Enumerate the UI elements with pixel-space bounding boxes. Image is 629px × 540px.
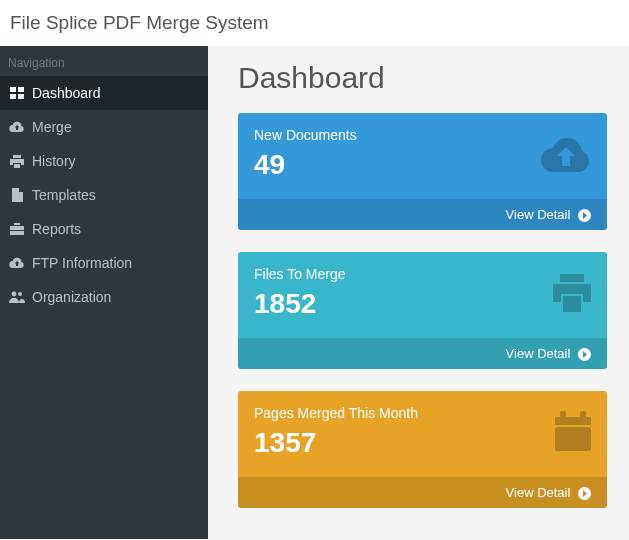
sidebar-item-label: FTP Information	[32, 255, 132, 271]
card-files-to-merge: Files To Merge 1852 View Detail	[238, 252, 607, 369]
view-detail-link[interactable]: View Detail	[238, 477, 607, 508]
sidebar-item-label: Templates	[32, 187, 96, 203]
printer-icon	[551, 272, 593, 318]
arrow-right-icon	[578, 348, 591, 361]
svg-rect-13	[555, 417, 591, 425]
main-content: Dashboard New Documents 49 View Detail F…	[208, 46, 629, 539]
view-detail-label: View Detail	[506, 346, 571, 361]
card-pages-merged: Pages Merged This Month 1357 View Detail	[238, 391, 607, 508]
card-body: Files To Merge 1852	[238, 252, 607, 338]
card-label: Files To Merge	[254, 266, 591, 282]
sidebar-item-label: Dashboard	[32, 85, 101, 101]
card-value: 1357	[254, 427, 591, 459]
svg-rect-1	[18, 87, 24, 92]
cloud-upload-icon	[8, 120, 26, 134]
card-label: Pages Merged This Month	[254, 405, 591, 421]
printer-icon	[8, 154, 26, 168]
calendar-icon	[553, 411, 593, 457]
sidebar: Navigation Dashboard Merge History Templ…	[0, 46, 208, 539]
card-value: 1852	[254, 288, 591, 320]
view-detail-label: View Detail	[506, 207, 571, 222]
page-title: Dashboard	[238, 61, 607, 95]
dashboard-icon	[8, 86, 26, 100]
svg-point-8	[18, 292, 22, 296]
svg-rect-3	[18, 94, 24, 99]
sidebar-item-history[interactable]: History	[0, 144, 208, 178]
briefcase-icon	[8, 222, 26, 236]
arrow-right-icon	[578, 209, 591, 222]
svg-rect-14	[555, 427, 591, 451]
sidebar-item-organization[interactable]: Organization	[0, 280, 208, 314]
sidebar-heading: Navigation	[0, 46, 208, 76]
svg-rect-0	[10, 87, 16, 92]
app-header: File Splice PDF Merge System	[0, 0, 629, 46]
svg-rect-6	[14, 198, 19, 199]
svg-rect-4	[14, 194, 21, 195]
cloud-upload-icon	[8, 256, 26, 270]
arrow-right-icon	[578, 487, 591, 500]
view-detail-label: View Detail	[506, 485, 571, 500]
sidebar-item-ftp[interactable]: FTP Information	[0, 246, 208, 280]
sidebar-item-dashboard[interactable]: Dashboard	[0, 76, 208, 110]
svg-rect-2	[10, 94, 16, 99]
sidebar-item-templates[interactable]: Templates	[0, 178, 208, 212]
view-detail-link[interactable]: View Detail	[238, 338, 607, 369]
sidebar-item-label: Merge	[32, 119, 72, 135]
sidebar-item-reports[interactable]: Reports	[0, 212, 208, 246]
card-body: Pages Merged This Month 1357	[238, 391, 607, 477]
sidebar-item-label: Reports	[32, 221, 81, 237]
sidebar-item-label: History	[32, 153, 76, 169]
card-new-documents: New Documents 49 View Detail	[238, 113, 607, 230]
svg-point-7	[12, 292, 17, 297]
cloud-upload-icon	[539, 135, 593, 177]
document-icon	[8, 188, 26, 202]
users-icon	[8, 290, 26, 304]
card-body: New Documents 49	[238, 113, 607, 199]
app-title: File Splice PDF Merge System	[10, 12, 269, 33]
sidebar-item-merge[interactable]: Merge	[0, 110, 208, 144]
svg-rect-5	[14, 196, 21, 197]
sidebar-item-label: Organization	[32, 289, 111, 305]
view-detail-link[interactable]: View Detail	[238, 199, 607, 230]
